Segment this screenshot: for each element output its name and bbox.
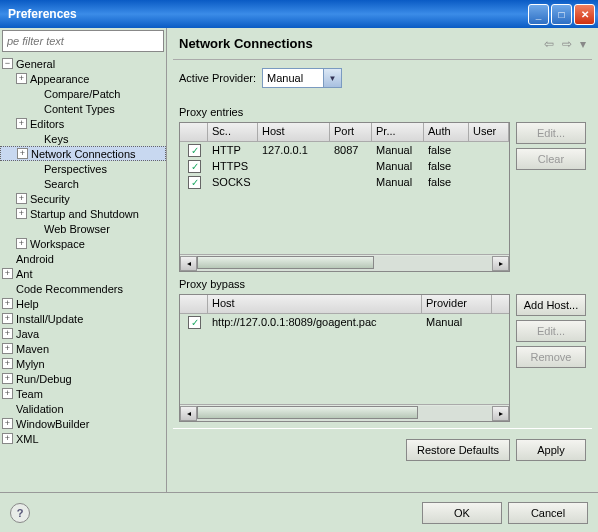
expander-icon[interactable]: + <box>16 238 27 249</box>
horizontal-scrollbar[interactable]: ◂▸ <box>180 404 509 421</box>
proxy-edit-button[interactable]: Edit... <box>516 122 586 144</box>
bypass-remove-button[interactable]: Remove <box>516 346 586 368</box>
column-port[interactable]: Port <box>330 123 372 141</box>
proxy-bypass-table[interactable]: Host Provider ✓http://127.0.0.1:8089/goa… <box>179 294 510 422</box>
apply-button[interactable]: Apply <box>516 439 586 461</box>
expander-icon[interactable]: + <box>2 328 13 339</box>
expander-icon[interactable]: + <box>2 343 13 354</box>
expander-icon[interactable]: + <box>2 298 13 309</box>
tree-item[interactable]: Code Recommenders <box>0 281 166 296</box>
tree-item[interactable]: Android <box>0 251 166 266</box>
column-checkbox[interactable] <box>180 295 208 313</box>
tree-item[interactable]: +Appearance <box>0 71 166 86</box>
expander-icon[interactable]: + <box>16 193 27 204</box>
column-checkbox[interactable] <box>180 123 208 141</box>
tree-item[interactable]: Web Browser <box>0 221 166 236</box>
tree-item-label: General <box>16 58 55 70</box>
help-button[interactable]: ? <box>10 503 30 523</box>
column-host[interactable]: Host <box>258 123 330 141</box>
cell-scheme: SOCKS <box>208 176 258 188</box>
column-host[interactable]: Host <box>208 295 422 313</box>
tree-item-label: Team <box>16 388 43 400</box>
chevron-down-icon: ▼ <box>323 69 341 87</box>
tree-item-label: Maven <box>16 343 49 355</box>
expander-icon[interactable]: + <box>2 418 13 429</box>
expander-icon[interactable]: + <box>17 148 28 159</box>
column-provider[interactable]: Provider <box>422 295 492 313</box>
active-provider-select[interactable]: Manual ▼ <box>262 68 342 88</box>
ok-button[interactable]: OK <box>422 502 502 524</box>
expander-icon[interactable]: + <box>2 313 13 324</box>
tree-item[interactable]: +Maven <box>0 341 166 356</box>
tree-item[interactable]: +Java <box>0 326 166 341</box>
tree-item-label: WindowBuilder <box>16 418 89 430</box>
tree-item[interactable]: +Install/Update <box>0 311 166 326</box>
tree-item[interactable]: +Ant <box>0 266 166 281</box>
page-title: Network Connections <box>173 36 544 51</box>
back-arrow-icon[interactable]: ⇦ <box>544 37 554 51</box>
maximize-button[interactable]: □ <box>551 4 572 25</box>
column-auth[interactable]: Auth <box>424 123 469 141</box>
filter-input[interactable] <box>2 30 164 52</box>
checkbox[interactable]: ✓ <box>188 316 201 329</box>
preference-tree[interactable]: −General+AppearanceCompare/PatchContent … <box>0 54 166 492</box>
expander-icon[interactable]: + <box>16 118 27 129</box>
expander-icon[interactable]: + <box>2 268 13 279</box>
active-provider-label: Active Provider: <box>179 72 256 84</box>
tree-item[interactable]: +Startup and Shutdown <box>0 206 166 221</box>
expander-icon[interactable]: + <box>16 208 27 219</box>
minimize-button[interactable]: _ <box>528 4 549 25</box>
column-scheme[interactable]: Sc.. <box>208 123 258 141</box>
restore-defaults-button[interactable]: Restore Defaults <box>406 439 510 461</box>
checkbox[interactable]: ✓ <box>188 160 201 173</box>
table-row[interactable]: ✓HTTPSManualfalse <box>180 158 509 174</box>
cell-scheme: HTTP <box>208 144 258 156</box>
nav-arrows: ⇦ ⇨ ▾ <box>544 37 592 51</box>
add-host-button[interactable]: Add Host... <box>516 294 586 316</box>
proxy-entries-table[interactable]: Sc.. Host Port Pr... Auth User ✓HTTP127.… <box>179 122 510 272</box>
tree-item[interactable]: +Run/Debug <box>0 371 166 386</box>
tree-item[interactable]: +Network Connections <box>0 146 166 161</box>
bypass-edit-button[interactable]: Edit... <box>516 320 586 342</box>
proxy-clear-button[interactable]: Clear <box>516 148 586 170</box>
table-row[interactable]: ✓http://127.0.0.1:8089/goagent.pacManual <box>180 314 509 330</box>
checkbox[interactable]: ✓ <box>188 176 201 189</box>
tree-item[interactable]: +Mylyn <box>0 356 166 371</box>
tree-item[interactable]: +Help <box>0 296 166 311</box>
expander-icon[interactable]: + <box>2 388 13 399</box>
expander-icon[interactable]: + <box>2 373 13 384</box>
expander-icon[interactable]: + <box>2 433 13 444</box>
checkbox[interactable]: ✓ <box>188 144 201 157</box>
tree-item-label: Run/Debug <box>16 373 72 385</box>
tree-item[interactable]: Keys <box>0 131 166 146</box>
forward-arrow-icon[interactable]: ⇨ <box>562 37 572 51</box>
table-row[interactable]: ✓HTTP127.0.0.18087Manualfalse <box>180 142 509 158</box>
tree-item[interactable]: +WindowBuilder <box>0 416 166 431</box>
expander-icon[interactable]: + <box>2 358 13 369</box>
column-user[interactable]: User <box>469 123 509 141</box>
expander-icon[interactable]: − <box>2 58 13 69</box>
column-provider[interactable]: Pr... <box>372 123 424 141</box>
tree-item[interactable]: Validation <box>0 401 166 416</box>
close-button[interactable]: ✕ <box>574 4 595 25</box>
tree-item[interactable]: +XML <box>0 431 166 446</box>
tree-item-label: Validation <box>16 403 64 415</box>
tree-item-label: Mylyn <box>16 358 45 370</box>
tree-item[interactable]: Compare/Patch <box>0 86 166 101</box>
tree-item[interactable]: +Team <box>0 386 166 401</box>
tree-item[interactable]: Search <box>0 176 166 191</box>
tree-item[interactable]: +Workspace <box>0 236 166 251</box>
tree-item[interactable]: +Security <box>0 191 166 206</box>
tree-item-label: Code Recommenders <box>16 283 123 295</box>
cell-host: 127.0.0.1 <box>258 144 330 156</box>
tree-item-label: Content Types <box>44 103 115 115</box>
expander-icon[interactable]: + <box>16 73 27 84</box>
menu-chevron-icon[interactable]: ▾ <box>580 37 586 51</box>
table-row[interactable]: ✓SOCKSManualfalse <box>180 174 509 190</box>
horizontal-scrollbar[interactable]: ◂▸ <box>180 254 509 271</box>
tree-item[interactable]: Perspectives <box>0 161 166 176</box>
tree-item[interactable]: Content Types <box>0 101 166 116</box>
tree-item[interactable]: +Editors <box>0 116 166 131</box>
tree-item[interactable]: −General <box>0 56 166 71</box>
cancel-button[interactable]: Cancel <box>508 502 588 524</box>
